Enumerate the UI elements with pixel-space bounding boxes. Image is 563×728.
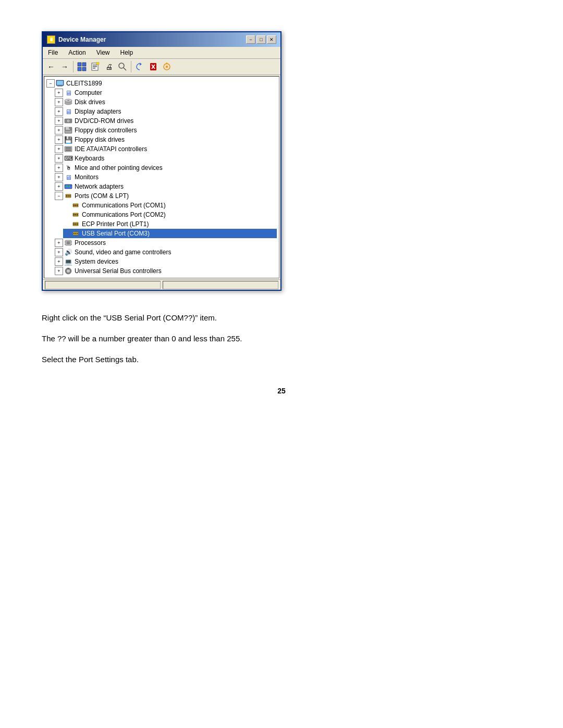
menu-action[interactable]: Action xyxy=(65,48,89,57)
search-button[interactable] xyxy=(116,60,129,73)
system-expander[interactable] xyxy=(55,257,63,266)
print-button[interactable]: 🖨 xyxy=(103,60,115,73)
ports-expander[interactable] xyxy=(55,192,63,200)
tree-item-floppy[interactable]: 💾 Floppy disk drives xyxy=(55,135,277,144)
tree-item-display[interactable]: 🖥 Display adapters xyxy=(55,107,277,116)
com3-no-expand xyxy=(63,229,71,238)
svg-point-45 xyxy=(77,205,78,206)
minimize-button[interactable]: − xyxy=(246,35,255,44)
tree-item-com2[interactable]: Communications Port (COM2) xyxy=(63,210,277,219)
tree-item-com3[interactable]: USB Serial Port (COM3) xyxy=(63,229,277,238)
tree-item-ide[interactable]: IDE ATA/ATAPI controllers xyxy=(55,144,277,154)
maximize-button[interactable]: □ xyxy=(256,35,266,44)
status-bar xyxy=(43,279,280,290)
tree-label-disk: Disk drives xyxy=(75,98,105,106)
tree-root[interactable]: CLEITS1899 xyxy=(46,79,277,88)
network-icon xyxy=(64,182,72,191)
device-tree: CLEITS1899 🖥 Computer Disk d xyxy=(44,76,279,278)
tree-item-dvd[interactable]: DVD/CD-ROM drives xyxy=(55,116,277,126)
processors-expander[interactable] xyxy=(55,239,63,247)
svg-rect-37 xyxy=(67,186,68,187)
tree-label-lpt1: ECP Printer Port (LPT1) xyxy=(82,220,149,228)
refresh-button[interactable] xyxy=(133,60,146,73)
tree-label-ports: Ports (COM & LPT) xyxy=(75,192,129,200)
com1-icon xyxy=(71,201,80,209)
body-paragraph-2: The ?? will be a number greater than 0 a… xyxy=(42,332,521,345)
tree-item-sound[interactable]: 🔊 Sound, video and game controllers xyxy=(55,248,277,257)
com2-icon xyxy=(71,211,80,219)
back-button[interactable]: ← xyxy=(45,60,57,73)
toolbar: ← → 🖨 xyxy=(43,59,280,75)
menu-help[interactable]: Help xyxy=(117,48,137,57)
floppy-ctrl-expander[interactable] xyxy=(55,126,63,134)
svg-rect-6 xyxy=(93,66,97,67)
ide-icon xyxy=(64,145,72,153)
menu-bar: File Action View Help xyxy=(43,47,280,59)
svg-rect-8 xyxy=(96,62,99,65)
floppy-expander[interactable] xyxy=(55,135,63,144)
com2-no-expand xyxy=(63,211,71,219)
root-expander[interactable] xyxy=(46,79,55,88)
keyboard-expander[interactable] xyxy=(55,154,63,163)
tree-item-com1[interactable]: Communications Port (COM1) xyxy=(63,201,277,210)
tree-label-network: Network adapters xyxy=(75,183,124,190)
svg-point-54 xyxy=(77,233,78,234)
scan-button[interactable] xyxy=(161,60,173,73)
monitors-expander[interactable] xyxy=(55,173,63,181)
tree-item-floppy-ctrl[interactable]: Floppy disk controllers xyxy=(55,126,277,135)
svg-point-27 xyxy=(68,120,69,121)
forward-button[interactable]: → xyxy=(58,60,71,73)
svg-point-46 xyxy=(74,214,75,215)
tree-item-monitors[interactable]: 🖥 Monitors xyxy=(55,172,277,182)
mice-expander[interactable] xyxy=(55,164,63,172)
tree-item-usb[interactable]: Universal Serial Bus controllers xyxy=(55,266,277,276)
menu-file[interactable]: File xyxy=(45,48,61,57)
dvd-expander[interactable] xyxy=(55,117,63,125)
usb-expander[interactable] xyxy=(55,267,63,275)
tree-item-network[interactable]: Network adapters xyxy=(55,182,277,191)
tree-item-keyboards[interactable]: ⌨ Keyboards xyxy=(55,154,277,163)
remove-button[interactable] xyxy=(147,60,160,73)
window-title: Device Manager xyxy=(58,36,106,43)
properties-button[interactable] xyxy=(89,60,102,73)
status-pane-1 xyxy=(45,281,161,289)
refresh-icon xyxy=(135,62,144,71)
tree-item-system[interactable]: 💻 System devices xyxy=(55,257,277,266)
tree-item-computer[interactable]: 🖥 Computer xyxy=(55,88,277,97)
tree-label-system: System devices xyxy=(75,258,118,265)
svg-point-42 xyxy=(69,195,70,196)
close-button[interactable]: ✕ xyxy=(267,35,276,44)
svg-line-10 xyxy=(124,68,126,70)
svg-point-50 xyxy=(75,224,76,225)
svg-rect-2 xyxy=(78,67,81,71)
svg-point-51 xyxy=(77,224,78,225)
tree-label-ide: IDE ATA/ATAPI controllers xyxy=(75,145,147,153)
svg-rect-33 xyxy=(66,147,71,149)
tree-item-disk-drives[interactable]: Disk drives xyxy=(55,97,277,107)
device-manager-icon-btn[interactable] xyxy=(76,60,88,73)
network-expander[interactable] xyxy=(55,182,63,191)
tree-item-lpt1[interactable]: ECP Printer Port (LPT1) xyxy=(63,219,277,229)
tree-label-processors: Processors xyxy=(75,239,106,246)
tree-item-ports[interactable]: Ports (COM & LPT) xyxy=(55,191,277,201)
dvd-icon xyxy=(64,117,72,125)
root-label: CLEITS1899 xyxy=(66,80,102,87)
lpt1-icon xyxy=(71,220,80,228)
lpt1-no-expand xyxy=(63,220,71,228)
display-expander[interactable] xyxy=(55,107,63,116)
computer-expander[interactable] xyxy=(55,89,63,97)
search-icon xyxy=(118,62,127,71)
menu-view[interactable]: View xyxy=(93,48,113,57)
disk-expander[interactable] xyxy=(55,98,63,106)
svg-point-44 xyxy=(75,205,76,206)
sound-expander[interactable] xyxy=(55,248,63,256)
com3-icon xyxy=(71,229,80,238)
ide-expander[interactable] xyxy=(55,145,63,153)
tree-label-keyboards: Keyboards xyxy=(75,155,104,162)
svg-rect-0 xyxy=(78,63,81,66)
tree-item-processors[interactable]: Processors xyxy=(55,238,277,248)
svg-rect-19 xyxy=(57,85,63,87)
svg-point-47 xyxy=(75,214,76,215)
tree-item-mice[interactable]: 🖱 Mice and other pointing devices xyxy=(55,163,277,172)
sound-icon: 🔊 xyxy=(64,248,72,256)
